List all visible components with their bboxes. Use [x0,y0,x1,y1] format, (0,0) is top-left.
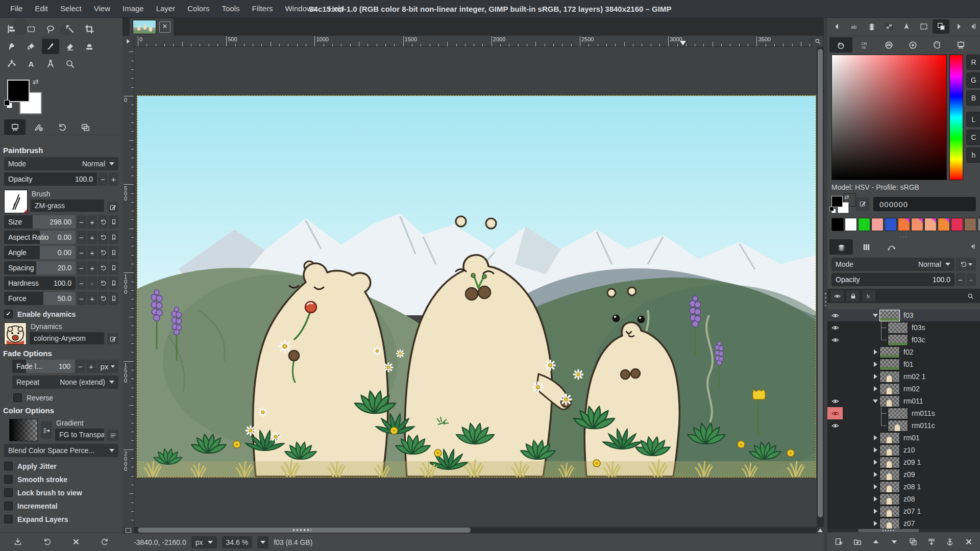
reset-icon[interactable] [98,246,108,259]
layer-visibility-eye-icon[interactable] [827,468,843,481]
raise-layer-button[interactable] [868,535,884,549]
reset-tool-options-button[interactable] [97,535,113,549]
color-swatch[interactable] [871,218,884,231]
increase-button[interactable]: + [87,261,97,274]
canvas-viewport[interactable] [134,47,817,527]
selector-palette[interactable] [925,37,948,53]
tool-transform[interactable] [3,39,20,54]
reset-icon[interactable] [98,292,108,305]
increase-button[interactable]: + [87,215,97,229]
layer-visibility-eye-icon[interactable] [827,309,843,321]
increase-button[interactable]: + [87,231,97,244]
layer-row[interactable]: z08 1 [827,481,980,493]
menu-file[interactable]: File [4,0,29,17]
layer-name[interactable]: z07 [903,519,915,528]
layer-expander-icon[interactable] [871,374,879,379]
saturation-value-square[interactable] [831,55,947,180]
zoom-dropdown-button[interactable] [257,536,268,548]
bookmark-icon[interactable] [109,277,118,290]
color-swatch[interactable] [951,218,963,231]
bookmark-icon[interactable] [109,261,118,274]
restore-tool-preset-button[interactable] [39,535,55,549]
layer-expander-icon[interactable] [871,362,879,367]
tool-fuzzy-select[interactable] [61,21,79,37]
tool-measure[interactable] [42,56,59,71]
layer-expander-icon[interactable] [871,399,879,403]
tab-brushes[interactable] [863,19,880,34]
hue-strip[interactable] [949,55,963,180]
tool-crop[interactable] [81,21,98,37]
navigation-button[interactable] [817,527,824,533]
reverse-checkbox[interactable]: Reverse [13,393,118,402]
layer-visibility-eye-icon[interactable] [827,505,843,517]
color-swatch[interactable] [924,218,937,231]
layer-name[interactable]: rm02 [903,385,920,393]
layer-visibility-eye-icon[interactable] [827,456,843,468]
layer-name[interactable]: z10 [903,446,915,454]
incremental-checkbox[interactable]: Incremental [4,502,118,510]
canvas-menu-button[interactable] [122,36,134,47]
layer-row[interactable]: z10 [827,444,980,456]
layer-row[interactable]: f01 [827,358,980,370]
paint-mode-dropdown[interactable]: Mode Normal [4,157,118,170]
tab-pointer[interactable] [898,19,915,34]
new-layer-button[interactable] [830,535,847,549]
reset-icon[interactable] [98,215,108,229]
layer-name[interactable]: f01 [903,360,913,368]
new-layer-group-button[interactable] [849,535,866,549]
channel-button-G[interactable]: G [966,72,980,88]
lock-icon[interactable] [846,290,860,302]
tool-paths[interactable] [3,56,20,71]
image-tab[interactable]: ✕ [130,18,174,36]
layer-thumbnail[interactable] [879,506,900,517]
layer-expander-icon[interactable] [871,349,879,355]
menu-edit[interactable]: Edit [29,0,54,17]
layer-name[interactable]: f03s [912,323,925,332]
layer-visibility-eye-icon[interactable] [827,444,843,456]
foreground-color-swatch[interactable] [831,196,843,207]
color-swatch[interactable] [858,218,870,231]
reset-icon[interactable] [98,261,108,274]
layer-visibility-eye-icon[interactable] [827,370,843,383]
layer-thumbnail[interactable] [888,322,908,334]
layer-thumbnail[interactable] [879,457,900,468]
fg-bg-color-widget[interactable]: ⇄ [7,78,122,115]
decrease-button[interactable]: − [77,277,86,290]
layer-thumbnail[interactable] [879,518,900,529]
decrease-button[interactable]: − [77,215,86,229]
selector-watercolor[interactable] [877,37,900,53]
selector-wheel[interactable] [901,37,924,53]
tool-paintbrush[interactable] [42,39,59,54]
channel-button-L[interactable]: L [966,112,980,127]
swatches-more-icon[interactable]: ... [827,233,980,237]
brush-name-value[interactable]: ZM-grass [31,199,104,212]
canvas-image[interactable] [137,96,816,477]
layer-name[interactable]: z07 1 [903,507,921,515]
bookmark-icon[interactable] [109,215,118,229]
channel-button-R[interactable]: R [966,55,980,70]
layer-row[interactable]: z08 [827,493,980,505]
apply-jitter-checkbox[interactable]: Apply Jitter [4,462,118,470]
layer-thumbnail[interactable] [879,432,900,444]
layer-visibility-eye-icon[interactable] [827,517,843,529]
tab-tool-options[interactable] [4,119,26,135]
layer-name[interactable]: z09 [903,470,915,479]
layer-visibility-eye-icon[interactable] [827,395,843,407]
layer-thumbnail[interactable] [888,420,908,432]
layer-expander-icon[interactable] [871,472,879,477]
layer-thumbnail[interactable] [879,383,900,395]
menu-tools[interactable]: Tools [216,0,246,17]
layer-expander-icon[interactable] [871,314,879,317]
layer-row[interactable]: f03 [827,309,980,321]
color-swatch[interactable] [831,218,844,231]
layer-visibility-eye-icon[interactable] [827,321,843,334]
layer-expander-icon[interactable] [871,460,879,465]
tool-zoom[interactable] [61,56,79,71]
tab-menu-icon[interactable] [967,19,979,34]
bookmark-icon[interactable] [109,246,118,259]
effects-icon[interactable]: fx [862,290,875,302]
fg-bg-mini-widget[interactable]: ⇄ [831,194,852,214]
tool-free-select[interactable] [42,21,59,37]
search-icon[interactable] [964,290,977,302]
layer-expander-icon[interactable] [871,496,879,502]
